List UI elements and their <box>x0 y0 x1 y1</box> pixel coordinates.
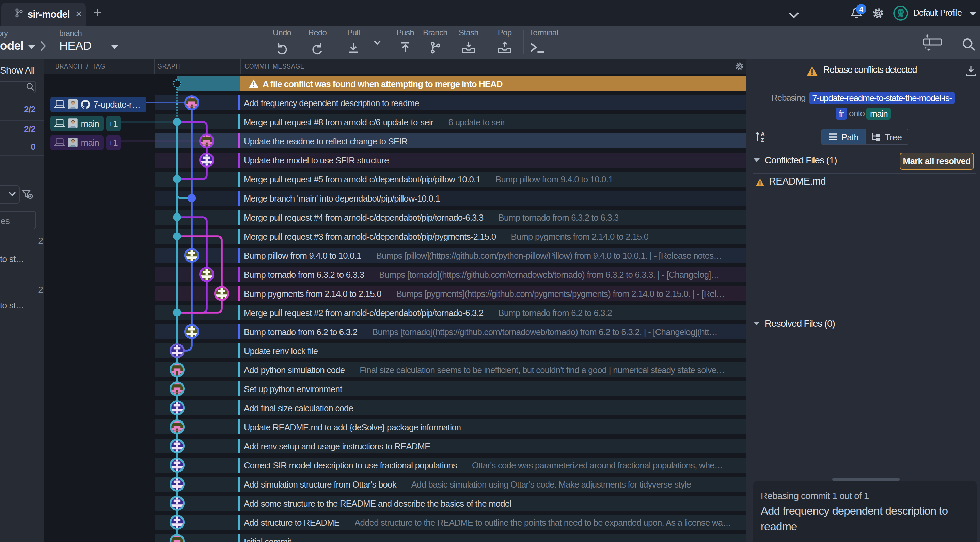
svg-text:Z: Z <box>761 137 764 142</box>
svg-text:A: A <box>761 131 765 138</box>
